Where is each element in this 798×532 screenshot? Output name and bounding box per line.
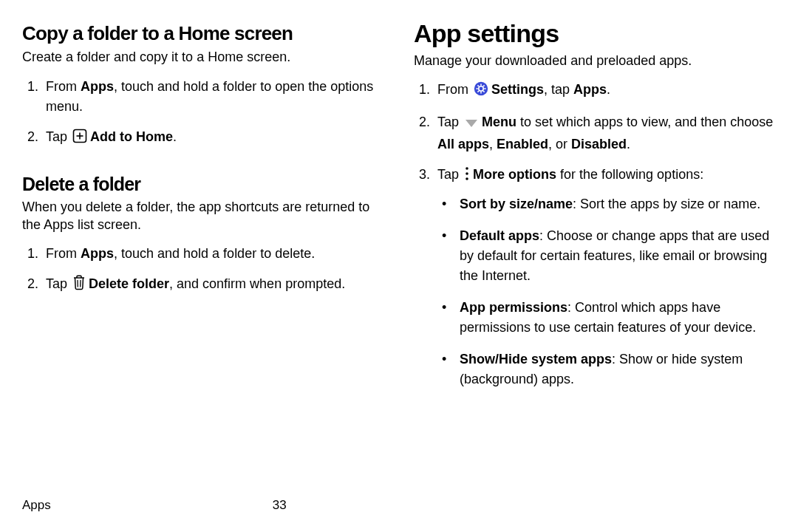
appsettings-step-2: Tap Menu to set which apps to view, and … bbox=[433, 112, 777, 154]
svg-line-13 bbox=[477, 91, 479, 92]
copy-step-2: Tap Add to Home. bbox=[41, 127, 386, 149]
delete-folder-icon bbox=[72, 274, 86, 296]
bold-delete-folder: Delete folder bbox=[89, 276, 169, 291]
text: From bbox=[46, 246, 81, 261]
bold-apps: Apps bbox=[573, 82, 607, 97]
intro-app-settings: Manage your downloaded and preloaded app… bbox=[414, 52, 777, 69]
copy-step-1: From Apps, touch and hold a folder to op… bbox=[41, 77, 386, 117]
bold-add-to-home: Add to Home bbox=[90, 129, 173, 144]
text: : Sort the apps by size or name. bbox=[573, 197, 760, 211]
bold-app-permissions: App permissions bbox=[460, 300, 567, 315]
right-column: App settings Manage your downloaded and … bbox=[406, 21, 777, 517]
svg-point-18 bbox=[466, 177, 468, 180]
text: Tap bbox=[46, 129, 71, 144]
heading-copy-folder: Copy a folder to a Home screen bbox=[22, 24, 386, 44]
text: Tap bbox=[46, 276, 71, 291]
text: Tap bbox=[437, 167, 463, 182]
svg-line-11 bbox=[477, 85, 479, 86]
intro-delete-folder: When you delete a folder, the app shortc… bbox=[22, 198, 386, 234]
bold-disabled: Disabled bbox=[571, 137, 627, 151]
appsettings-step-1: From Settings, tap Apps. bbox=[433, 80, 777, 102]
footer-page-number: 33 bbox=[51, 498, 386, 513]
svg-line-12 bbox=[483, 91, 485, 92]
text: From bbox=[46, 79, 81, 94]
text: . bbox=[607, 82, 610, 97]
bold-menu: Menu bbox=[482, 115, 516, 129]
svg-marker-15 bbox=[466, 120, 477, 127]
more-options-icon bbox=[464, 166, 470, 187]
spacer bbox=[22, 160, 386, 171]
bold-show-hide: Show/Hide system apps bbox=[460, 352, 612, 366]
bullet-sort: Sort by size/name: Sort the apps by size… bbox=[455, 194, 777, 214]
delete-step-1: From Apps, touch and hold a folder to de… bbox=[41, 244, 386, 264]
bold-apps: Apps bbox=[81, 246, 114, 261]
bold-settings: Settings bbox=[491, 82, 544, 97]
appsettings-step-3: Tap More options for the following optio… bbox=[433, 165, 777, 389]
page-footer: Apps 33 bbox=[22, 498, 386, 517]
delete-step-2: Tap Delete folder, and confirm when prom… bbox=[41, 274, 386, 296]
svg-point-16 bbox=[466, 167, 468, 170]
bold-apps: Apps bbox=[81, 79, 114, 94]
more-options-bullets: Sort by size/name: Sort the apps by size… bbox=[437, 194, 777, 389]
footer-section: Apps bbox=[22, 498, 51, 513]
bold-enabled: Enabled bbox=[497, 137, 548, 151]
text: , or bbox=[548, 137, 571, 151]
text: Tap bbox=[437, 115, 463, 129]
steps-app-settings: From Settings, tap Apps. Tap Menu to set… bbox=[414, 80, 777, 401]
text: . bbox=[173, 129, 177, 144]
text: , tap bbox=[544, 82, 573, 97]
add-to-home-icon bbox=[72, 129, 87, 149]
steps-delete-folder: From Apps, touch and hold a folder to de… bbox=[22, 244, 386, 307]
svg-point-17 bbox=[466, 172, 468, 175]
text: for the following options: bbox=[556, 167, 703, 182]
manual-page: Copy a folder to a Home screen Create a … bbox=[0, 0, 798, 532]
bold-more-options: More options bbox=[473, 167, 556, 182]
bold-sort: Sort by size/name bbox=[460, 197, 573, 211]
heading-app-settings: App settings bbox=[414, 21, 777, 47]
dropdown-chevron-icon bbox=[464, 115, 479, 134]
intro-copy-folder: Create a folder and copy it to a Home sc… bbox=[22, 48, 386, 66]
settings-gear-icon bbox=[474, 81, 488, 102]
svg-line-14 bbox=[483, 85, 485, 86]
text: , touch and hold a folder to delete. bbox=[114, 246, 315, 261]
steps-copy-folder: From Apps, touch and hold a folder to op… bbox=[22, 77, 386, 160]
text: From bbox=[437, 82, 472, 97]
text: , bbox=[489, 137, 497, 151]
left-column: Copy a folder to a Home screen Create a … bbox=[22, 21, 406, 517]
text: , and confirm when prompted. bbox=[169, 276, 345, 291]
bullet-app-permissions: App permissions: Control which apps have… bbox=[455, 298, 777, 338]
bold-all-apps: All apps bbox=[437, 137, 489, 151]
heading-delete-folder: Delete a folder bbox=[22, 174, 386, 194]
bullet-default-apps: Default apps: Choose or change apps that… bbox=[455, 226, 777, 286]
text: to set which apps to view, and then choo… bbox=[516, 115, 773, 129]
text: . bbox=[627, 137, 630, 151]
bold-default-apps: Default apps bbox=[460, 228, 539, 243]
bullet-show-hide: Show/Hide system apps: Show or hide syst… bbox=[455, 349, 777, 389]
